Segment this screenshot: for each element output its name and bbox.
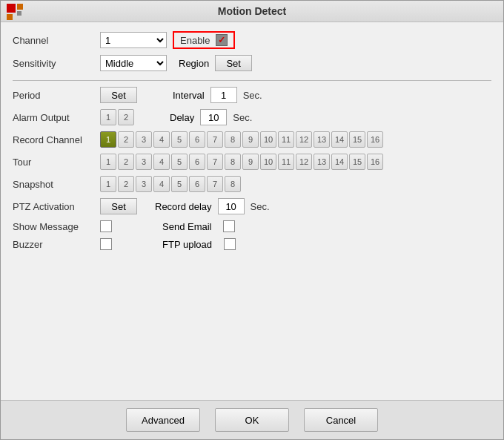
record-channel-row: Record Channel 1 2 3 4 5 6 7 8 9 10 11 1… [13,131,491,148]
alarm-btn-2[interactable]: 2 [118,109,134,125]
logo-icon [7,4,29,20]
alarm-btn-1[interactable]: 1 [100,109,116,125]
ptz-set-button[interactable]: Set [100,198,137,214]
snapshot-ch-5[interactable]: 5 [171,176,188,192]
channel-row: Channel 1 Enable [13,31,491,49]
snapshot-ch-2[interactable]: 2 [118,176,134,192]
cancel-button[interactable]: Cancel [304,408,378,432]
svg-rect-1 [17,4,23,10]
ok-button[interactable]: OK [215,408,289,432]
record-ch-7[interactable]: 7 [207,131,223,148]
buzzer-checkbox[interactable] [100,238,112,250]
record-ch-9[interactable]: 9 [242,131,259,148]
record-ch-16[interactable]: 16 [367,131,383,148]
snapshot-label: Snapshot [13,179,94,190]
sensitivity-label: Sensitivity [13,58,94,69]
record-channel-label: Record Channel [13,134,94,145]
record-ch-2[interactable]: 2 [118,131,134,148]
record-ch-8[interactable]: 8 [225,131,241,148]
tour-ch-7[interactable]: 7 [207,154,223,170]
tour-ch-8[interactable]: 8 [225,154,241,170]
record-delay-sec: Sec. [251,201,270,212]
tour-ch-14[interactable]: 14 [331,154,348,170]
period-row: Period Set Interval Sec. [13,87,491,103]
delay-label: Delay [170,112,194,123]
alarm-label: Alarm Output [13,112,94,123]
snapshot-ch-6[interactable]: 6 [189,176,205,192]
tour-row: Tour 1 2 3 4 5 6 7 8 9 10 11 12 13 14 15… [13,154,491,170]
record-delay-input[interactable] [218,198,245,214]
alarm-buttons: 1 2 [100,109,134,125]
tour-ch-13[interactable]: 13 [314,154,330,170]
record-ch-3[interactable]: 3 [136,131,152,148]
tour-ch-4[interactable]: 4 [153,154,170,170]
tour-ch-3[interactable]: 3 [136,154,152,170]
advanced-button[interactable]: Advanced [126,408,200,432]
snapshot-ch-4[interactable]: 4 [153,176,170,192]
tour-ch-6[interactable]: 6 [189,154,205,170]
sensitivity-row: Sensitivity Low Middle High Region Set [13,55,491,71]
delay-input[interactable] [200,109,227,125]
record-ch-12[interactable]: 12 [296,131,312,148]
snapshot-channel-grid: 1 2 3 4 5 6 7 8 [100,176,241,192]
show-message-label: Show Message [13,221,94,232]
enable-checkbox[interactable] [216,34,228,46]
enable-box: Enable [173,31,235,49]
snapshot-ch-1[interactable]: 1 [100,176,116,192]
send-email-label: Send Email [162,221,211,232]
svg-rect-3 [17,11,21,16]
buzzer-label: Buzzer [13,239,94,250]
dialog-footer: Advanced OK Cancel [1,400,503,439]
dialog-title: Motion Detect [218,5,287,17]
record-ch-10[interactable]: 10 [260,131,276,148]
buzzer-row: Buzzer FTP upload [13,238,491,250]
record-ch-15[interactable]: 15 [349,131,365,148]
interval-label: Interval [173,90,205,101]
record-ch-6[interactable]: 6 [189,131,205,148]
period-label: Period [13,90,94,101]
dialog-content: Channel 1 Enable Sensitivity Low Middle … [1,22,503,400]
alarm-row: Alarm Output 1 2 Delay Sec. [13,109,491,125]
snapshot-ch-8[interactable]: 8 [225,176,241,192]
tour-ch-5[interactable]: 5 [171,154,188,170]
tour-channel-grid: 1 2 3 4 5 6 7 8 9 10 11 12 13 14 15 16 [100,154,383,170]
record-ch-5[interactable]: 5 [171,131,188,148]
interval-input[interactable] [210,87,237,103]
tour-ch-1[interactable]: 1 [100,154,116,170]
delay-sec: Sec. [233,112,252,123]
divider [13,80,491,81]
channel-select[interactable]: 1 [100,32,167,48]
tour-ch-9[interactable]: 9 [242,154,259,170]
region-set-button[interactable]: Set [215,55,252,71]
period-set-button[interactable]: Set [100,87,137,103]
tour-ch-16[interactable]: 16 [367,154,383,170]
show-message-checkbox[interactable] [100,220,112,232]
record-ch-11[interactable]: 11 [278,131,294,148]
ftp-label: FTP upload [162,239,212,250]
channel-label: Channel [13,35,94,46]
tour-ch-10[interactable]: 10 [260,154,276,170]
show-message-row: Show Message Send Email [13,220,491,232]
send-email-checkbox[interactable] [223,220,235,232]
tour-ch-2[interactable]: 2 [118,154,134,170]
snapshot-ch-7[interactable]: 7 [207,176,223,192]
svg-rect-0 [7,4,16,13]
record-ch-13[interactable]: 13 [314,131,330,148]
ftp-checkbox[interactable] [224,238,236,250]
title-bar: Motion Detect [1,1,503,22]
tour-ch-15[interactable]: 15 [349,154,365,170]
record-ch-1[interactable]: 1 [100,131,116,148]
motion-detect-dialog: Motion Detect Channel 1 Enable Sensitivi… [0,0,504,440]
tour-ch-11[interactable]: 11 [278,154,294,170]
snapshot-ch-3[interactable]: 3 [136,176,152,192]
enable-label: Enable [180,35,210,46]
tour-ch-12[interactable]: 12 [296,154,312,170]
svg-rect-2 [7,14,13,20]
record-ch-14[interactable]: 14 [331,131,348,148]
ptz-label: PTZ Activation [13,201,94,212]
region-label: Region [179,58,209,69]
interval-sec: Sec. [243,90,262,101]
record-ch-4[interactable]: 4 [153,131,170,148]
record-channel-grid: 1 2 3 4 5 6 7 8 9 10 11 12 13 14 15 16 [100,131,383,148]
sensitivity-select[interactable]: Low Middle High [100,55,167,71]
